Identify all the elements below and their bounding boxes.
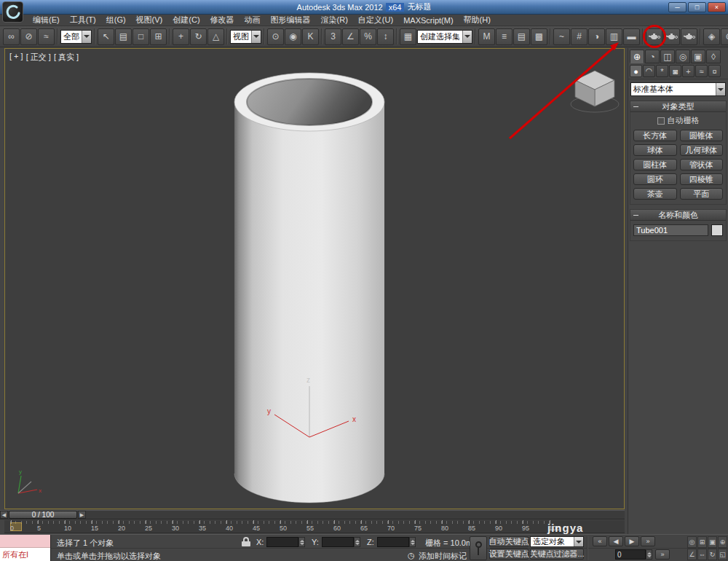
current-frame-input[interactable] xyxy=(615,549,646,560)
menu-graph-editors[interactable]: 图形编辑器 xyxy=(266,14,316,26)
subtab-space-warps[interactable]: ≈ xyxy=(695,65,708,77)
button-torus[interactable]: 圆环 xyxy=(633,173,677,185)
time-slider-handle[interactable]: 0 / 100 xyxy=(9,511,77,519)
button-sphere[interactable]: 球体 xyxy=(633,144,677,156)
subtab-helpers[interactable]: + xyxy=(682,65,695,77)
zoom-extents-all-icon[interactable]: ⊕ xyxy=(718,536,727,548)
zoom-icon[interactable]: ◎ xyxy=(687,536,697,548)
listener-line[interactable]: 所有在I xyxy=(0,548,50,561)
button-cone[interactable]: 圆锥体 xyxy=(680,130,724,141)
selection-lock-icon[interactable] xyxy=(242,537,250,546)
menu-group[interactable]: 组(G) xyxy=(101,14,131,26)
set-key-button[interactable]: 设置关键点 xyxy=(489,549,529,560)
layer-manager-icon[interactable]: ▤ xyxy=(513,28,530,45)
menu-create[interactable]: 创建(C) xyxy=(167,14,205,26)
snaps-toggle-icon[interactable]: 3 xyxy=(325,28,341,45)
previous-frame-button[interactable]: ◀ xyxy=(609,536,623,546)
menu-help[interactable]: 帮助(H) xyxy=(459,14,496,26)
tube-object[interactable] xyxy=(234,73,384,503)
rendered-frame-window-icon[interactable]: ▬ xyxy=(623,28,640,45)
viewport-shading-menu[interactable]: [ 真实 ] xyxy=(54,52,79,63)
menu-animation[interactable]: 动画 xyxy=(240,14,266,26)
x-coord-input[interactable] xyxy=(266,537,298,547)
window-crossing-icon[interactable]: ⊞ xyxy=(150,28,167,45)
angle-snap-icon[interactable]: ∠ xyxy=(342,28,359,45)
keyboard-override-icon[interactable]: K xyxy=(302,28,319,45)
percent-snap-icon[interactable]: % xyxy=(360,28,376,45)
select-object-icon[interactable]: ↖ xyxy=(98,28,114,45)
tab-utilities[interactable]: ◊ xyxy=(706,50,721,63)
select-and-link-icon[interactable]: ∞ xyxy=(3,28,20,45)
reference-coordsys-dropdown[interactable]: 视图 xyxy=(230,30,261,44)
mirror-icon[interactable]: M xyxy=(478,28,495,45)
subtab-shapes[interactable]: ◠ xyxy=(643,65,655,77)
close-button[interactable]: × xyxy=(708,2,726,12)
toolbar-extra-icon-1[interactable]: ◈ xyxy=(703,28,720,45)
select-and-move-icon[interactable]: + xyxy=(173,28,189,45)
button-cylinder[interactable]: 圆柱体 xyxy=(633,159,677,170)
next-key-button[interactable]: » xyxy=(655,549,670,560)
curve-editor-icon[interactable]: ~ xyxy=(553,28,570,45)
3dsmax-logo[interactable] xyxy=(2,1,23,23)
graphite-modeling-icon[interactable]: ▩ xyxy=(531,28,547,45)
select-and-rotate-icon[interactable]: ↻ xyxy=(190,28,207,45)
set-keys-button[interactable] xyxy=(470,536,487,560)
menu-rendering[interactable]: 渲染(R) xyxy=(316,14,353,26)
macro-recorder-line[interactable] xyxy=(0,535,50,548)
zoom-all-icon[interactable]: ⊞ xyxy=(697,536,707,548)
time-slider-right-arrow[interactable]: ▶ xyxy=(78,511,86,519)
tab-hierarchy[interactable]: ◫ xyxy=(660,50,675,63)
toolbar-extra-icon-2[interactable]: ⊚ xyxy=(721,28,728,45)
tab-motion[interactable]: ◎ xyxy=(676,50,690,63)
x-coord-spinner[interactable] xyxy=(298,537,305,547)
rectangular-selection-region-icon[interactable]: □ xyxy=(132,28,149,45)
key-filters-button[interactable]: 关键点过滤器... xyxy=(530,549,584,560)
button-tube[interactable]: 管状体 xyxy=(680,159,724,170)
pan-icon[interactable]: ⇔ xyxy=(697,549,707,560)
select-by-name-icon[interactable]: ▤ xyxy=(115,28,132,45)
name-color-rollout-header[interactable]: 名称和颜色 xyxy=(630,210,726,221)
named-selection-sets-dropdown[interactable]: 创建选择集 xyxy=(417,30,472,44)
tab-modify[interactable]: ◔ xyxy=(645,50,660,63)
field-of-view-icon[interactable]: ∠ xyxy=(687,549,697,560)
render-production-button[interactable] xyxy=(646,28,662,45)
add-time-tag-text[interactable]: 添加时间标记 xyxy=(419,551,467,561)
activeshade-button[interactable] xyxy=(681,28,697,45)
z-coord-input[interactable] xyxy=(377,537,409,547)
auto-key-button[interactable]: 自动关键点 xyxy=(489,536,529,547)
unlink-selection-icon[interactable]: ⊘ xyxy=(20,28,37,45)
time-slider-track[interactable]: ◀ 0 / 100 ▶ xyxy=(0,510,625,519)
zoom-extents-icon[interactable]: ▣ xyxy=(708,536,717,548)
select-and-uniform-scale-icon[interactable]: △ xyxy=(207,28,224,45)
maxscript-mini-listener[interactable]: 所有在I xyxy=(0,535,51,561)
menu-edit[interactable]: 编辑(E) xyxy=(28,14,65,26)
button-plane[interactable]: 平面 xyxy=(680,188,724,200)
render-setup-icon[interactable]: ▥ xyxy=(606,28,622,45)
align-icon[interactable]: ≡ xyxy=(496,28,513,45)
autogrid-checkbox[interactable] xyxy=(657,117,665,125)
z-coord-spinner[interactable] xyxy=(409,537,416,547)
viewcube[interactable] xyxy=(571,71,619,112)
material-editor-icon[interactable]: ◑ xyxy=(588,28,605,45)
primitive-category-dropdown[interactable]: 标准基本体 xyxy=(630,82,726,96)
button-teapot[interactable]: 茶壶 xyxy=(633,188,677,200)
perspective-viewport[interactable]: [ + ] [ 正交 ] [ 真实 ] xyxy=(4,48,625,509)
button-box[interactable]: 长方体 xyxy=(633,130,677,141)
key-selected-dropdown[interactable]: 选定对象 xyxy=(530,536,584,547)
object-color-swatch[interactable] xyxy=(711,224,723,236)
subtab-systems[interactable]: ¤ xyxy=(708,65,721,77)
maximize-button[interactable]: □ xyxy=(688,2,706,12)
minimize-button[interactable]: ─ xyxy=(668,2,687,12)
menu-customize[interactable]: 自定义(U) xyxy=(353,14,398,26)
object-name-input[interactable] xyxy=(633,224,708,236)
tab-display[interactable]: ▣ xyxy=(691,50,705,63)
edit-named-selection-sets-icon[interactable]: ▦ xyxy=(400,28,416,45)
play-button[interactable]: ▶ xyxy=(625,536,639,546)
orbit-icon[interactable]: ↻ xyxy=(708,549,717,560)
current-frame-spinner[interactable] xyxy=(646,549,652,560)
subtab-cameras[interactable]: ◙ xyxy=(669,65,681,77)
bind-to-space-warp-icon[interactable]: ≈ xyxy=(38,28,55,45)
track-bar[interactable]: 0510152025303540455055606570758085909510… xyxy=(4,520,625,533)
select-and-manipulate-icon[interactable]: ◉ xyxy=(285,28,301,45)
maximize-viewport-toggle-icon[interactable]: ◱ xyxy=(718,549,727,560)
